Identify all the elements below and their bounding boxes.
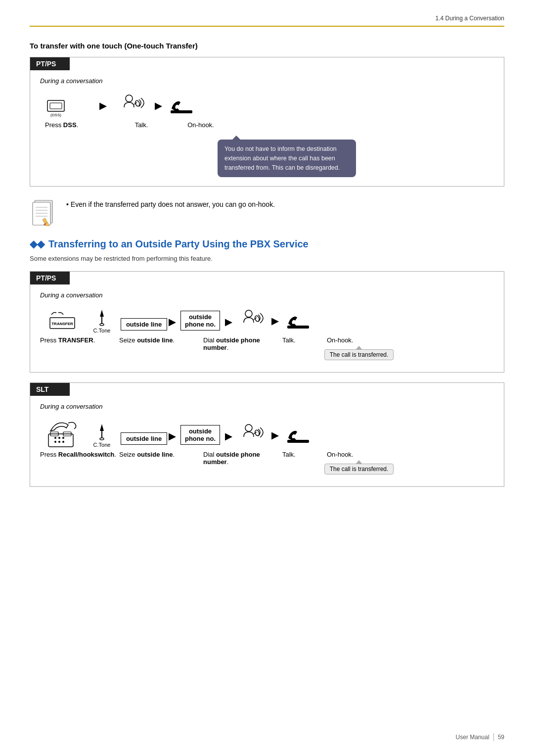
- svg-point-18: [245, 310, 252, 317]
- svg-point-27: [54, 441, 56, 443]
- footer-page: 59: [498, 734, 504, 741]
- outside-line-label-2: outside line: [121, 432, 167, 445]
- talk-icon-cell-2: [232, 309, 271, 333]
- svg-point-29: [62, 441, 64, 443]
- transfer-note-1: The call is transferred.: [327, 346, 391, 360]
- arrow-8: ▶: [271, 430, 278, 448]
- page-footer: User Manual 59: [456, 733, 504, 741]
- note-book-icon: [30, 196, 59, 226]
- ctone-label-1: C.Tone: [93, 328, 111, 333]
- svg-point-3: [126, 95, 133, 102]
- transfer-btn-icon: TRANSFER: [40, 309, 85, 333]
- section1-heading: To transfer with one touch (One-touch Tr…: [30, 42, 504, 50]
- ctone-icon-cell-1: C.Tone: [85, 308, 119, 333]
- person-talking-icon-3: [237, 423, 267, 448]
- section2-title: ◆◆ Transferring to an Outside Party Usin…: [30, 238, 504, 250]
- outside-phone-no-btn-2: outsidephone no.: [176, 425, 225, 448]
- arrow-6: ▶: [169, 431, 176, 448]
- transfer-note-2: The call is transferred.: [327, 460, 391, 474]
- label-dial-outside-2: Dial outside phonenumber.: [203, 451, 282, 466]
- ptps-label-2: PT/PS: [30, 272, 70, 284]
- outside-phone-no-btn-1: outsidephone no.: [176, 311, 225, 333]
- onhook-icon-cell-3: [278, 423, 318, 448]
- recall-icon-cell: [40, 419, 85, 448]
- label-seize-outside-1: Seize outside line.: [119, 336, 203, 344]
- ptps-label-1: PT/PS: [30, 57, 70, 70]
- label-press-dss: Press DSS.: [40, 121, 109, 129]
- label-onhook-3: On-hook. The call is transferred.: [327, 451, 391, 474]
- ctone-icon-1: [95, 308, 109, 327]
- label-seize-outside-2: Seize outside line.: [119, 451, 203, 458]
- arrow-7: ▶: [225, 431, 232, 448]
- outside-phone-no-label-2: outsidephone no.: [180, 425, 220, 445]
- ctone-label-2: C.Tone: [93, 442, 111, 448]
- arrow-1: ▶: [99, 100, 110, 118]
- label-onhook-1: On-hook.: [174, 121, 228, 129]
- during-label-3: During a conversation: [40, 403, 494, 410]
- talk-icon-cell-3: [232, 423, 271, 448]
- outside-line-label-1: outside line: [121, 318, 167, 331]
- onhook-icon-cell-1: [162, 94, 201, 118]
- ptps-box-2: PT/PS During a conversation TRANSFER: [30, 271, 504, 373]
- svg-rect-5: [171, 110, 192, 113]
- svg-point-32: [245, 425, 252, 431]
- footer-label: User Manual: [456, 734, 490, 741]
- onhook-phone-icon-1: [167, 94, 196, 118]
- outside-phone-no-label-1: outsidephone no.: [180, 311, 220, 331]
- section1-icons-row: (DSS) ▶: [40, 94, 494, 118]
- svg-point-24: [54, 437, 56, 439]
- label-press-transfer: Press TRANSFER.: [40, 336, 119, 344]
- during-label-1: During a conversation: [40, 77, 494, 85]
- svg-point-31: [100, 438, 104, 440]
- person-talking-icon-2: [237, 309, 267, 333]
- svg-rect-7: [33, 202, 50, 225]
- dss-icon: (DSS): [45, 96, 72, 118]
- footer-divider: [493, 733, 494, 741]
- label-dial-outside-1: Dial outside phonenumber.: [203, 336, 282, 351]
- page-header: 1.4 During a Conversation: [30, 15, 504, 27]
- bubble-text-1: You do not have to inform the destinatio…: [224, 145, 340, 171]
- notepad-icon: [30, 196, 58, 226]
- bullet-dot: •: [66, 200, 71, 208]
- arrow-3: ▶: [169, 317, 176, 333]
- onhook-icon-cell-2: [278, 309, 318, 333]
- label-onhook-2: On-hook. The call is transferred.: [327, 336, 391, 360]
- svg-rect-1: [50, 103, 62, 109]
- outside-line-btn-1: outside line: [119, 318, 169, 333]
- slt-label: SLT: [30, 383, 70, 396]
- arrow-2: ▶: [155, 100, 162, 118]
- slt-box: SLT During a conversation: [30, 382, 504, 487]
- talk-icon-cell-1: [110, 94, 155, 118]
- dss-icon-cell: (DSS): [40, 96, 99, 118]
- onhook-phone-icon-3: [283, 423, 313, 448]
- arrow-4: ▶: [225, 317, 232, 333]
- transfer-note-text-2: The call is transferred.: [324, 464, 394, 474]
- arrow-5: ▶: [271, 316, 278, 333]
- note-text: Even if the transferred party does not a…: [71, 200, 275, 208]
- onhook-phone-icon-2: [283, 309, 313, 333]
- ptps-box-1: PT/PS During a conversation (DSS) ▶: [30, 57, 504, 187]
- recall-hookswitch-icon: [45, 419, 79, 448]
- note-row: • Even if the transferred party does not…: [30, 196, 504, 226]
- slt-icons-row: C.Tone outside line ▶ outsidephone no. ▶: [40, 419, 494, 448]
- svg-point-17: [100, 324, 104, 326]
- svg-text:TRANSFER: TRANSFER: [51, 322, 73, 326]
- during-label-2: During a conversation: [40, 291, 494, 299]
- svg-point-28: [58, 441, 60, 443]
- svg-text:(DSS): (DSS): [50, 113, 61, 117]
- ctone-icon-2: [95, 422, 109, 441]
- svg-rect-20: [287, 326, 309, 329]
- transfer-note-text-1: The call is transferred.: [324, 349, 394, 360]
- transfer-button-icon: TRANSFER: [47, 309, 77, 333]
- label-talk-2: Talk.: [282, 336, 327, 344]
- svg-rect-34: [287, 440, 309, 443]
- svg-point-26: [62, 437, 64, 439]
- ctone-icon-cell-2: C.Tone: [85, 422, 119, 448]
- callout-bubble-1: You do not have to inform the destinatio…: [218, 136, 356, 177]
- label-talk-3: Talk.: [282, 451, 327, 458]
- diamonds-icon: ◆◆: [30, 238, 44, 250]
- label-press-recall: Press Recall/hookswitch.: [40, 451, 119, 458]
- section2-subtitle: Some extensions may be restricted from p…: [30, 255, 504, 262]
- outside-line-btn-2: outside line: [119, 432, 169, 448]
- person-talking-icon-1: [115, 94, 150, 118]
